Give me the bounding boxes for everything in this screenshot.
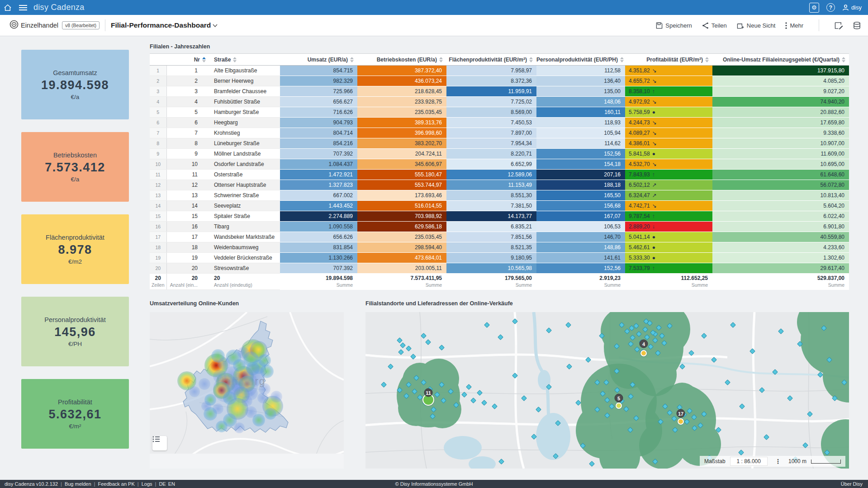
- more-button[interactable]: Mehr: [785, 22, 803, 29]
- table-row[interactable]: 77Krohnstieg804.714396.998,607.897,00105…: [150, 128, 849, 138]
- table-row[interactable]: 1515Spitaler Straße2.274.889703.988,9214…: [150, 211, 849, 222]
- store-number-badge[interactable]: 4: [640, 340, 648, 348]
- table-row[interactable]: 1414Seeveplatz1.443.452516.014,557.381,5…: [150, 201, 849, 211]
- about-link[interactable]: Über Disy: [841, 481, 863, 487]
- table-row[interactable]: 1010Osdorfer Landstraße1.084.437345.606,…: [150, 159, 849, 170]
- table-row[interactable]: 11Alte Elbgaustraße854.715387.372,407.95…: [150, 66, 849, 76]
- profit-value: 5.333,30: [629, 255, 650, 261]
- layer-legend-button[interactable]: [152, 436, 167, 450]
- store-number-badge[interactable]: 11: [424, 389, 433, 397]
- table-row[interactable]: 1313Schweriner Straße667.002173.693,468.…: [150, 190, 849, 201]
- table-row[interactable]: 44Fuhlsbüttler Straße656.627233.928,757.…: [150, 97, 849, 107]
- table-row[interactable]: 88Lüneburger Straße854.216383.202,707.95…: [150, 138, 849, 149]
- sort-icon[interactable]: [202, 57, 206, 62]
- betriebskosten-cell: 436.073,24: [357, 76, 446, 86]
- online-umsatz-cell: 29.617,40: [712, 263, 849, 274]
- table-row[interactable]: 22Berner Heerweg982.329436.073,248.372,3…: [150, 76, 849, 86]
- table-row[interactable]: 55Hamburger Straße716.626235.035,458.569…: [150, 107, 849, 118]
- sort-icon[interactable]: [439, 57, 443, 62]
- save-button[interactable]: Speichern: [656, 22, 692, 29]
- row-number-header: [150, 54, 166, 66]
- status-link[interactable]: Logs: [142, 481, 152, 487]
- user-menu[interactable]: disy: [842, 4, 862, 11]
- share-label: Teilen: [711, 22, 727, 29]
- summary-value: 7.573.411,95: [357, 275, 442, 281]
- status-link[interactable]: disy Cadenza v10.2.132: [5, 481, 58, 487]
- heat-blob-green: [265, 408, 276, 420]
- table-row[interactable]: 1111Osterstraße1.472.921555.180,4712.589…: [150, 170, 849, 180]
- dashboard-title-dropdown[interactable]: Filial-Performance-Dashboard: [111, 21, 218, 29]
- table-row[interactable]: 1212Ottenser Hauptstraße1.327.823553.744…: [150, 180, 849, 190]
- hamburger-menu-icon[interactable]: [15, 5, 31, 11]
- street-cell: Berner Heerweg: [209, 76, 280, 86]
- sort-icon[interactable]: [620, 57, 624, 62]
- table-row[interactable]: 1818Weidenbaumsweg831.854298.594,408.521…: [150, 242, 849, 253]
- nr-cell: 10: [166, 159, 209, 170]
- table-row[interactable]: 33Bramfelder Chaussee725.966218.628,4511…: [150, 86, 849, 97]
- sort-icon[interactable]: [842, 57, 845, 62]
- store-number-badge[interactable]: 17: [677, 409, 685, 418]
- stores-map-canvas[interactable]: 114517 Maßstab 1 : 86.000 ⋮ 1000 m: [365, 312, 849, 469]
- sort-icon[interactable]: [233, 57, 237, 62]
- row-number-cell: 15: [150, 211, 166, 222]
- personalproduktivitaet-cell: 106,53: [536, 222, 625, 232]
- trend-steady-icon: ●: [652, 244, 655, 251]
- scale-value[interactable]: 1 : 86.000: [730, 457, 768, 466]
- column-header-stra-e[interactable]: Straße: [209, 54, 280, 66]
- heatmap-canvas[interactable]: Hamburg: [150, 312, 344, 469]
- store-dot-marker[interactable]: [616, 403, 622, 409]
- flaechenproduktivitaet-cell: 8.551,30: [446, 190, 536, 201]
- sort-icon[interactable]: [705, 57, 709, 62]
- language-toggle-en[interactable]: EN: [168, 481, 175, 487]
- personalproduktivitaet-cell: 136,40: [536, 76, 625, 86]
- column-header-nr[interactable]: Nr: [166, 54, 209, 66]
- app-title: disy Cadenza: [33, 3, 85, 12]
- basemap-right: [365, 312, 849, 469]
- table-row[interactable]: 1717Wandsbeker Marktstraße656.626235.035…: [150, 232, 849, 242]
- status-link[interactable]: Bug melden: [65, 481, 91, 487]
- flaechenproduktivitaet-cell: 7.958,97: [446, 66, 536, 76]
- status-link[interactable]: Feedback an PK: [98, 481, 134, 487]
- online-umsatz-cell: 5.604,20: [712, 201, 849, 211]
- profit-value: 5.041,14: [629, 234, 650, 240]
- table-row[interactable]: 66Heegbarg904.793389.313,767.450,53118,9…: [150, 118, 849, 128]
- flaechenproduktivitaet-cell: 8.220,71: [446, 149, 536, 159]
- new-view-button[interactable]: Neue Sicht: [737, 22, 776, 29]
- column-header-profitabilit-t-eur-m-[interactable]: Profitabilität (EUR/m²): [625, 54, 712, 66]
- workbook-name[interactable]: Einzelhandel: [21, 22, 58, 29]
- store-dot-marker[interactable]: [640, 350, 647, 356]
- umsatz-cell: 2.274.889: [280, 211, 357, 222]
- store-number-badge[interactable]: 5: [615, 394, 623, 403]
- settings-icon[interactable]: ⚙: [809, 3, 819, 13]
- sort-icon[interactable]: [529, 57, 533, 62]
- trend-up-right-icon: ↗: [652, 182, 657, 188]
- column-header-betriebskosten-eur-a-[interactable]: Betriebskosten (EUR/a): [357, 54, 446, 66]
- column-header-fl-chenproduktivit-t-eur-m-[interactable]: Flächenproduktivität (EUR/m²): [446, 54, 536, 66]
- heat-blob-blue: [201, 401, 211, 411]
- table-row[interactable]: 1616Tibarg1.090.558629.586,186.835,21106…: [150, 222, 849, 232]
- table-row[interactable]: 2020Stresowstraße707.392203.005,1110.565…: [150, 263, 849, 274]
- column-header-umsatz-eur-a-[interactable]: Umsatz (EUR/a): [280, 54, 357, 66]
- profit-value: 4.351,82: [629, 67, 650, 74]
- online-umsatz-cell: 11.609,00: [712, 149, 849, 159]
- workbook-icon[interactable]: [9, 19, 19, 31]
- store-dot-marker[interactable]: [678, 418, 684, 425]
- table-row[interactable]: 99Möllner Landstraße707.392204.724,118.2…: [150, 149, 849, 159]
- help-icon[interactable]: ?: [826, 3, 835, 12]
- table-row[interactable]: 1919Veddeler Brückenstraße1.130.266473.6…: [150, 253, 849, 263]
- trend-steady-icon: ●: [652, 234, 655, 240]
- trend-down-right-icon: ↘: [652, 99, 657, 105]
- language-toggle-de[interactable]: DE: [159, 481, 166, 487]
- data-source-button[interactable]: [853, 22, 861, 29]
- column-header-online-umsatz-filialeinzugsgebiet-quartal-[interactable]: Online-Umsatz Filialeinzugsgebiet (€/Qua…: [712, 54, 849, 66]
- heat-blob-blue: [257, 393, 268, 403]
- share-button[interactable]: Teilen: [702, 22, 727, 29]
- home-icon[interactable]: [0, 4, 15, 11]
- summary-label: Summe: [280, 282, 353, 288]
- betriebskosten-cell: 218.628,45: [357, 86, 446, 97]
- personalproduktivitaet-cell: 160,11: [536, 107, 625, 118]
- edit-dashboard-button[interactable]: [835, 22, 843, 29]
- scale-kebab-icon[interactable]: ⋮: [772, 458, 784, 465]
- column-header-personalproduktivit-t-eur-ph-[interactable]: Personalproduktivität (EUR/PH): [536, 54, 625, 66]
- sort-icon[interactable]: [350, 57, 354, 62]
